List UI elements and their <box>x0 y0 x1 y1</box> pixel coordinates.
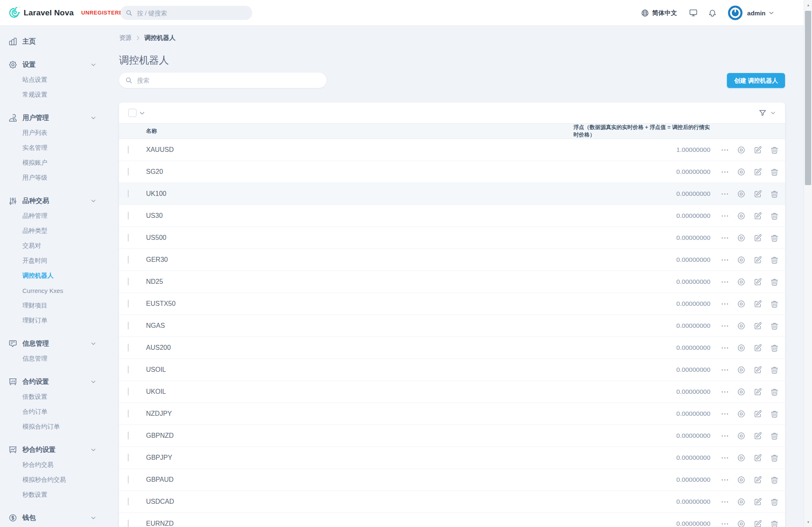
row-delete-icon[interactable] <box>770 366 779 374</box>
sidebar-group-4[interactable]: 信息管理 <box>0 336 96 351</box>
row-edit-icon[interactable] <box>753 278 762 286</box>
row-edit-icon[interactable] <box>753 322 762 330</box>
row-checkbox[interactable] <box>128 212 129 220</box>
row-checkbox[interactable] <box>128 300 129 307</box>
row-edit-icon[interactable] <box>753 212 762 220</box>
sidebar-item-合约订单[interactable]: 合约订单 <box>0 404 96 419</box>
row-checkbox[interactable] <box>128 476 129 483</box>
user-avatar[interactable] <box>728 5 743 20</box>
select-all-chevron-icon[interactable] <box>139 110 145 116</box>
row-view-icon[interactable] <box>737 256 746 264</box>
row-delete-icon[interactable] <box>770 212 779 220</box>
scrollbar-down-arrow[interactable]: ▼ <box>804 518 812 526</box>
row-checkbox[interactable] <box>128 410 129 417</box>
brand[interactable]: Laravel Nova UNREGISTERED <box>0 7 127 19</box>
row-delete-icon[interactable] <box>770 520 779 527</box>
row-view-icon[interactable] <box>737 322 746 330</box>
global-search-input[interactable] <box>137 10 247 17</box>
row-view-icon[interactable] <box>737 168 746 176</box>
row-more-actions-icon[interactable] <box>721 476 729 484</box>
row-more-actions-icon[interactable] <box>721 168 729 176</box>
sidebar-item-模拟秒合约交易[interactable]: 模拟秒合约交易 <box>0 472 96 487</box>
row-checkbox[interactable] <box>128 234 129 242</box>
row-delete-icon[interactable] <box>770 146 779 154</box>
row-checkbox[interactable] <box>128 278 129 285</box>
row-edit-icon[interactable] <box>753 454 762 462</box>
sidebar-item-秒数设置[interactable]: 秒数设置 <box>0 487 96 502</box>
row-edit-icon[interactable] <box>753 520 762 527</box>
row-edit-icon[interactable] <box>753 388 762 396</box>
resource-search-input[interactable] <box>137 77 321 84</box>
row-checkbox[interactable] <box>128 146 129 154</box>
sidebar-item-理财项目[interactable]: 理财项目 <box>0 298 96 313</box>
row-more-actions-icon[interactable] <box>721 300 729 308</box>
row-delete-icon[interactable] <box>770 498 779 506</box>
create-resource-button[interactable]: 创建 调控机器人 <box>727 73 785 88</box>
row-delete-icon[interactable] <box>770 278 779 286</box>
row-delete-icon[interactable] <box>770 322 779 330</box>
row-more-actions-icon[interactable] <box>721 146 729 154</box>
row-view-icon[interactable] <box>737 234 746 242</box>
row-view-icon[interactable] <box>737 498 746 506</box>
row-view-icon[interactable] <box>737 520 746 527</box>
notifications-bell-icon[interactable] <box>708 8 717 17</box>
row-edit-icon[interactable] <box>753 344 762 352</box>
row-more-actions-icon[interactable] <box>721 190 729 198</box>
row-more-actions-icon[interactable] <box>721 278 729 286</box>
row-more-actions-icon[interactable] <box>721 212 729 220</box>
row-checkbox[interactable] <box>128 520 129 527</box>
row-delete-icon[interactable] <box>770 410 779 418</box>
row-delete-icon[interactable] <box>770 256 779 264</box>
sidebar-item-模拟合约订单[interactable]: 模拟合约订单 <box>0 419 96 434</box>
row-edit-icon[interactable] <box>753 410 762 418</box>
sidebar-group-5[interactable]: 合约设置 <box>0 374 96 389</box>
row-checkbox[interactable] <box>128 454 129 461</box>
row-checkbox[interactable] <box>128 256 129 264</box>
row-view-icon[interactable] <box>737 388 746 396</box>
sidebar-group-6[interactable]: 秒合约设置 <box>0 442 96 457</box>
global-search[interactable] <box>120 6 252 20</box>
row-more-actions-icon[interactable] <box>721 322 729 330</box>
filter-chevron-icon[interactable] <box>770 110 776 116</box>
row-view-icon[interactable] <box>737 344 746 352</box>
sidebar-item-调控机器人[interactable]: 调控机器人 <box>0 268 96 283</box>
sidebar-item-倍数设置[interactable]: 倍数设置 <box>0 389 96 404</box>
row-edit-icon[interactable] <box>753 234 762 242</box>
row-edit-icon[interactable] <box>753 168 762 176</box>
sidebar-group-1[interactable]: 设置 <box>0 57 96 72</box>
row-view-icon[interactable] <box>737 366 746 374</box>
row-view-icon[interactable] <box>737 300 746 308</box>
sidebar-item-品种类型[interactable]: 品种类型 <box>0 223 96 238</box>
row-delete-icon[interactable] <box>770 344 779 352</box>
row-checkbox[interactable] <box>128 498 129 505</box>
filter-funnel-icon[interactable] <box>758 109 767 117</box>
row-more-actions-icon[interactable] <box>721 520 729 527</box>
row-checkbox[interactable] <box>128 190 129 198</box>
row-edit-icon[interactable] <box>753 366 762 374</box>
row-more-actions-icon[interactable] <box>721 256 729 264</box>
row-edit-icon[interactable] <box>753 476 762 484</box>
sidebar-item-站点设置[interactable]: 站点设置 <box>0 72 96 87</box>
window-scrollbar[interactable]: ▲ ▼ <box>804 0 812 527</box>
sidebar-group-0[interactable]: 主页 <box>0 34 96 49</box>
sidebar-item-秒合约交易[interactable]: 秒合约交易 <box>0 457 96 472</box>
row-edit-icon[interactable] <box>753 146 762 154</box>
row-view-icon[interactable] <box>737 146 746 154</box>
row-delete-icon[interactable] <box>770 388 779 396</box>
row-edit-icon[interactable] <box>753 432 762 440</box>
row-more-actions-icon[interactable] <box>721 432 729 440</box>
row-view-icon[interactable] <box>737 454 746 462</box>
row-view-icon[interactable] <box>737 212 746 220</box>
row-checkbox[interactable] <box>128 168 129 176</box>
row-delete-icon[interactable] <box>770 234 779 242</box>
sidebar-item-模拟账户[interactable]: 模拟账户 <box>0 155 96 170</box>
sidebar-item-实名管理[interactable]: 实名管理 <box>0 140 96 155</box>
sidebar-item-理财订单[interactable]: 理财订单 <box>0 313 96 328</box>
row-delete-icon[interactable] <box>770 168 779 176</box>
row-more-actions-icon[interactable] <box>721 454 729 462</box>
row-checkbox[interactable] <box>128 344 129 351</box>
row-view-icon[interactable] <box>737 190 746 198</box>
language-switcher[interactable]: 简体中文 <box>641 9 677 17</box>
sidebar-item-常规设置[interactable]: 常规设置 <box>0 87 96 102</box>
sidebar-item-品种管理[interactable]: 品种管理 <box>0 208 96 223</box>
